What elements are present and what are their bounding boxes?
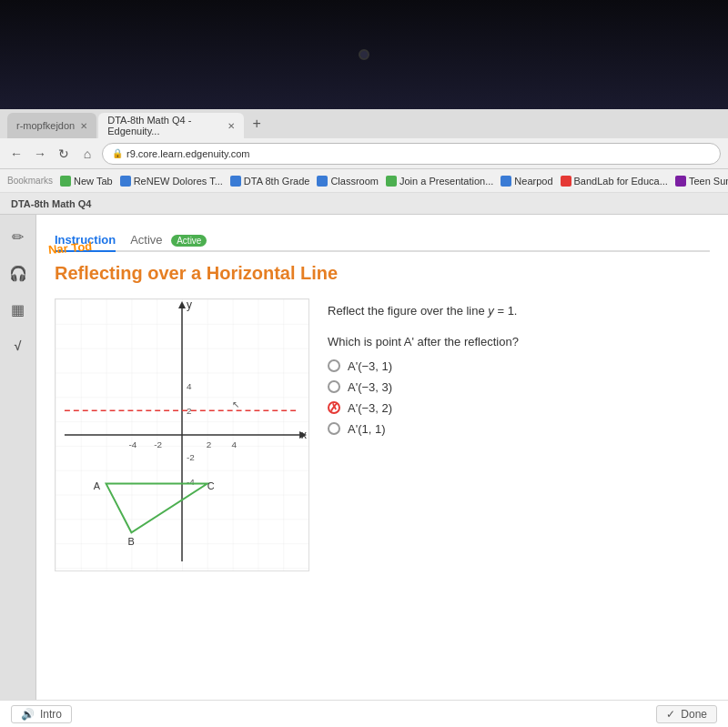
bookmark-newtab[interactable]: New Tab xyxy=(60,176,113,187)
bookmark-join[interactable]: Join a Presentation... xyxy=(386,176,493,187)
content-area: ✏ 🎧 ▦ √ Instruction Active Active Reflec… xyxy=(0,215,728,700)
page-title: DTA-8th Math Q4 xyxy=(11,198,91,209)
svg-text:B: B xyxy=(127,536,134,547)
svg-text:A: A xyxy=(94,480,101,491)
option-3[interactable]: A'(−3, 2) xyxy=(328,401,710,415)
tab-instruction-label: Instruction xyxy=(55,233,116,247)
svg-text:x: x xyxy=(301,429,307,441)
bandlab-icon xyxy=(561,176,571,187)
right-panel: Reflect the figure over the line y = 1. … xyxy=(328,298,710,571)
option-4-label: A'(1, 1) xyxy=(348,422,386,436)
bezel-top xyxy=(0,0,728,109)
svg-text:-4: -4 xyxy=(128,439,136,449)
lesson-tabs: Instruction Active Active xyxy=(55,229,710,252)
tab-active[interactable]: Active Active xyxy=(130,229,207,250)
url-bar[interactable]: 🔒 r9.core.learn.edgenuity.com xyxy=(102,143,721,165)
coordinate-graph: x y 2 4 -2 -4 4 2 -2 -4 xyxy=(56,299,308,570)
back-button[interactable]: ← xyxy=(7,145,25,163)
bookmark-teen-label: Teen Summer Car... xyxy=(689,176,728,187)
dta-icon xyxy=(230,176,241,187)
forward-button[interactable]: → xyxy=(31,145,49,163)
bookmark-newtab-label: New Tab xyxy=(74,176,113,187)
done-button[interactable]: ✓ Done xyxy=(656,705,717,723)
inactive-tab-close[interactable]: ✕ xyxy=(80,121,87,131)
check-icon: ✓ xyxy=(666,708,675,721)
bottom-bar: 🔊 Intro ✓ Done xyxy=(0,700,728,727)
bookmark-classroom-label: Classroom xyxy=(330,176,379,187)
bookmark-renew[interactable]: ReNEW Dolores T... xyxy=(120,176,223,187)
bookmark-teen[interactable]: Teen Summer Car... xyxy=(675,176,728,187)
option-1-label: A'(−3, 1) xyxy=(348,359,392,373)
radio-3[interactable] xyxy=(328,401,340,414)
tab-active-label: Active xyxy=(130,233,162,247)
bookmark-nearpod-label: Nearpod xyxy=(514,176,552,187)
option-1[interactable]: A'(−3, 1) xyxy=(328,359,710,373)
browser-window: r-mopfkejdon ✕ DTA-8th Math Q4 - Edgenui… xyxy=(0,109,728,727)
bookmark-join-label: Join a Presentation... xyxy=(399,176,493,187)
newtab-icon xyxy=(60,176,71,187)
radio-2[interactable] xyxy=(328,380,340,393)
option-3-label: A'(−3, 2) xyxy=(348,401,392,415)
bookmarks-bar: Bookmarks New Tab ReNEW Dolores T... DTA… xyxy=(0,169,728,193)
svg-text:↖: ↖ xyxy=(232,399,239,409)
home-button[interactable]: ⌂ xyxy=(78,145,96,163)
lesson-content: x y 2 4 -2 -4 4 2 -2 -4 xyxy=(55,298,710,571)
svg-text:2: 2 xyxy=(207,439,212,449)
bookmark-nearpod[interactable]: Nearpod xyxy=(500,176,552,187)
question-text: Reflect the figure over the line y = 1. xyxy=(328,302,710,320)
teen-icon xyxy=(675,176,686,187)
svg-text:4: 4 xyxy=(187,381,192,391)
sqrt-icon[interactable]: √ xyxy=(5,333,31,358)
page-title-bar: DTA-8th Math Q4 xyxy=(0,193,728,215)
active-badge: Active xyxy=(171,235,207,247)
svg-text:y: y xyxy=(187,299,192,311)
join-icon xyxy=(386,176,397,187)
camera xyxy=(359,49,369,60)
new-tab-button[interactable]: + xyxy=(246,113,268,135)
svg-text:-4: -4 xyxy=(187,477,195,487)
renew-icon xyxy=(120,176,131,187)
option-2-label: A'(−3, 3) xyxy=(348,380,392,394)
intro-button[interactable]: 🔊 Intro xyxy=(11,705,72,723)
option-4[interactable]: A'(1, 1) xyxy=(328,422,710,436)
calculator-icon[interactable]: ▦ xyxy=(5,297,31,322)
active-tab-close[interactable]: ✕ xyxy=(228,121,235,131)
active-tab-label: DTA-8th Math Q4 - Edgenuity... xyxy=(107,115,222,136)
radio-1[interactable] xyxy=(328,359,340,372)
active-tab[interactable]: DTA-8th Math Q4 - Edgenuity... ✕ xyxy=(98,113,244,138)
speaker-icon: 🔊 xyxy=(21,708,35,721)
pencil-icon[interactable]: ✏ xyxy=(5,224,31,249)
done-label: Done xyxy=(681,708,707,721)
radio-4[interactable] xyxy=(328,422,340,435)
svg-text:C: C xyxy=(207,480,215,491)
bookmark-dta[interactable]: DTA 8th Grade xyxy=(230,176,310,187)
svg-text:-2: -2 xyxy=(187,452,195,462)
svg-text:4: 4 xyxy=(232,439,238,449)
option-2[interactable]: A'(−3, 3) xyxy=(328,380,710,394)
inactive-tab[interactable]: r-mopfkejdon ✕ xyxy=(7,113,96,138)
lesson-title: Reflecting over a Horizontal Line xyxy=(55,263,710,284)
lesson-area: Instruction Active Active Reflecting ove… xyxy=(36,215,728,700)
bookmark-bandlab[interactable]: BandLab for Educa... xyxy=(561,176,668,187)
url-text: r9.core.learn.edgenuity.com xyxy=(126,148,250,159)
bookmark-classroom[interactable]: Classroom xyxy=(317,176,379,187)
tab-bar: r-mopfkejdon ✕ DTA-8th Math Q4 - Edgenui… xyxy=(0,109,728,138)
bookmarks-label: Bookmarks xyxy=(7,176,53,186)
svg-text:-2: -2 xyxy=(154,439,162,449)
graph-container: x y 2 4 -2 -4 4 2 -2 -4 xyxy=(55,298,309,571)
left-sidebar: ✏ 🎧 ▦ √ xyxy=(0,215,36,700)
tab-instruction[interactable]: Instruction xyxy=(55,229,116,250)
nearpod-icon xyxy=(500,176,511,187)
headphone-icon[interactable]: 🎧 xyxy=(5,260,31,286)
intro-label: Intro xyxy=(40,708,62,721)
address-bar: ← → ↻ ⌂ 🔒 r9.core.learn.edgenuity.com xyxy=(0,138,728,169)
lock-icon: 🔒 xyxy=(112,148,123,158)
classroom-icon xyxy=(317,176,328,187)
bookmark-renew-label: ReNEW Dolores T... xyxy=(134,176,223,187)
inactive-tab-label: r-mopfkejdon xyxy=(16,120,75,131)
bookmark-dta-label: DTA 8th Grade xyxy=(244,176,310,187)
reload-button[interactable]: ↻ xyxy=(55,145,73,163)
bookmark-bandlab-label: BandLab for Educa... xyxy=(574,176,668,187)
which-point-text: Which is point A' after the reflection? xyxy=(328,335,710,348)
